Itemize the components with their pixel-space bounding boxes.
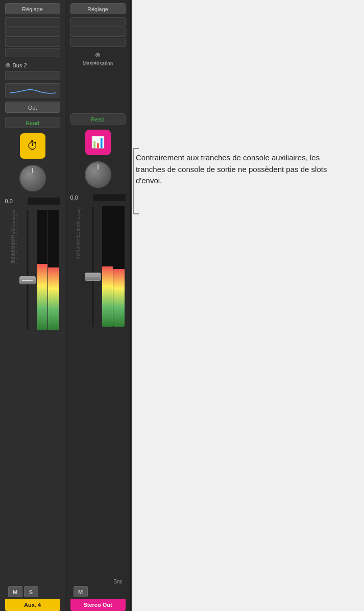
fader-col-2[interactable] — [84, 206, 102, 327]
volume-bar-bg-1 — [28, 198, 60, 205]
annotation-panel: Contrairement aux tranches de console au… — [133, 148, 357, 214]
bnc-area-2: Bnc — [70, 576, 126, 584]
bus-row-1[interactable]: ⊗ Bus 2 — [5, 61, 60, 69]
eq-mini-1[interactable] — [5, 83, 60, 97]
mute-button-2[interactable]: M — [74, 586, 88, 597]
bnc-area-1 — [5, 576, 60, 584]
fader-section-2: 0 - 3 - 6 - 9 - 12 - 15 - 18 - 21 - 24 -… — [70, 205, 126, 328]
plugin-slot[interactable] — [5, 38, 60, 47]
vu-fill-left-2 — [102, 266, 113, 327]
channel-name-2: Stereo Out — [70, 599, 126, 611]
vu-bar-left-2 — [102, 206, 113, 327]
fader-col-1[interactable] — [18, 210, 37, 330]
no-out-spacer — [70, 98, 126, 111]
mixer-panel: Réglage ⊗ Bus 2 Out Read ⏱ — [0, 0, 132, 611]
volume-display-1: 0,0 — [5, 195, 60, 207]
vu-fill-left-1 — [37, 264, 48, 330]
plugin-slots-1 — [5, 17, 60, 57]
read-button-1[interactable]: Read — [5, 117, 60, 128]
volume-value-1: 0,0 — [5, 198, 26, 204]
plugin-slot[interactable] — [5, 28, 60, 37]
solo-button-1[interactable]: S — [24, 586, 38, 597]
plugin-slot[interactable] — [70, 17, 126, 27]
annotation-text: Contrairement aux tranches de console au… — [136, 148, 330, 187]
mute-button-1[interactable]: M — [8, 586, 22, 597]
volume-value-2: 0,0 — [70, 194, 91, 201]
plugin-slots-2 — [70, 17, 126, 47]
vu-bar-left-1 — [37, 210, 48, 330]
ms-buttons-2: M — [70, 586, 126, 597]
scale-col-2: 0 - 3 - 6 - 9 - 12 - 15 - 18 - 21 - 24 -… — [71, 206, 84, 327]
channel-strip-stereo-out: Réglage ⊗ Mastérisation Read 📊 0,0 — [65, 0, 131, 611]
vu-fill-right-2 — [113, 269, 125, 327]
fader-rail-1 — [27, 210, 28, 330]
pan-knob-2[interactable] — [85, 161, 111, 188]
fader-section-1: 0 - 3 - 6 - 9 - 12 - 15 - 18 - 21 - 24 -… — [5, 209, 60, 331]
plugin-slot[interactable] — [5, 48, 60, 57]
send-slot-1[interactable] — [5, 71, 60, 80]
instrument-emoji-1: ⏱ — [27, 139, 38, 153]
vu-bar-right-1 — [48, 210, 59, 330]
vu-meters-2 — [102, 206, 125, 327]
eq-curve — [10, 85, 56, 95]
volume-display-2: 0,0 — [70, 192, 126, 203]
volume-bar-bg-2 — [93, 194, 126, 201]
reglage-button-2[interactable]: Réglage — [70, 3, 126, 14]
fader-rail-2 — [92, 206, 93, 327]
bnc-label: Bnc — [113, 579, 122, 584]
plugin-slot[interactable] — [70, 38, 126, 47]
link-icon-2: ⊗ — [95, 51, 101, 59]
fader-handle-2[interactable] — [85, 273, 101, 281]
link-icon: ⊗ — [5, 61, 11, 69]
pan-knob-1[interactable] — [19, 165, 46, 191]
no-sends-spacer — [70, 67, 126, 82]
ms-buttons-1: M S — [5, 586, 60, 597]
instrument-emoji-2: 📊 — [91, 136, 105, 149]
bus-label: Bus 2 — [13, 62, 27, 68]
masterisation-label: Mastérisation — [83, 61, 113, 66]
vu-meters-1 — [37, 210, 59, 330]
out-button-1[interactable]: Out — [5, 102, 60, 113]
scale-col-1: 0 - 3 - 6 - 9 - 12 - 15 - 18 - 21 - 24 -… — [6, 210, 18, 330]
vu-fill-right-1 — [48, 267, 59, 330]
vu-bar-right-2 — [113, 206, 125, 327]
plugin-slot[interactable] — [5, 17, 60, 27]
fader-handle-1[interactable] — [19, 276, 36, 284]
plugin-slot[interactable] — [70, 28, 126, 37]
channel-strip-aux4: Réglage ⊗ Bus 2 Out Read ⏱ — [0, 0, 65, 611]
instrument-icon-1[interactable]: ⏱ — [20, 133, 45, 159]
no-eq-spacer — [70, 82, 126, 98]
bus-row-2[interactable]: ⊗ — [70, 51, 126, 59]
instrument-icon-2[interactable]: 📊 — [85, 130, 111, 155]
reglage-button-1[interactable]: Réglage — [5, 3, 60, 14]
read-button-2[interactable]: Read — [70, 113, 126, 125]
channel-name-1: Aux. 4 — [5, 599, 60, 611]
